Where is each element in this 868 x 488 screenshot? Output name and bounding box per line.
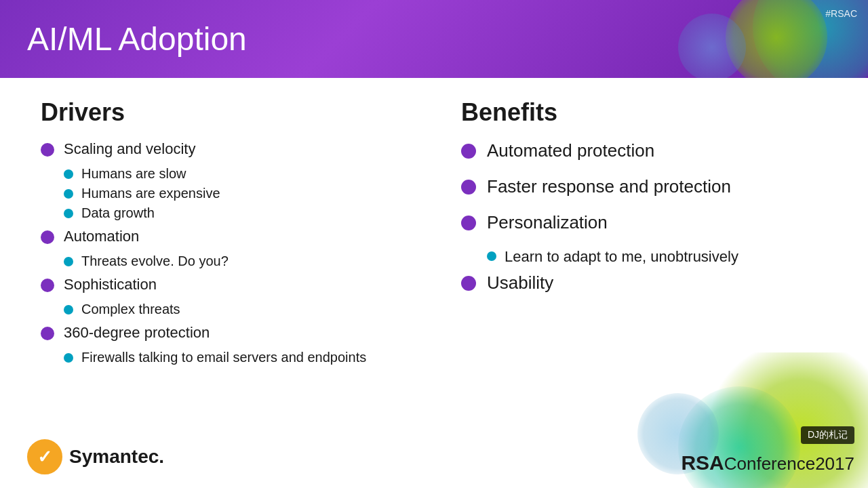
driver-sublist-2: Threats evolve. Do you? (41, 253, 434, 269)
driver-item-3: Sophistication (41, 276, 434, 293)
sub-dot-teal (64, 169, 73, 179)
benefit-sub-label-3-1: Learn to adapt to me, unobtrusively (505, 248, 738, 266)
sub-item-1-2: Humans are expensive (41, 186, 434, 201)
sub-item-1-3: Data growth (41, 205, 434, 221)
sub-label-1-3: Data growth (81, 205, 155, 221)
wechat-badge: DJ的札记 (801, 426, 854, 444)
sub-label-2-1: Threats evolve. Do you? (81, 253, 229, 269)
slide-title: AI/ML Adoption (27, 20, 247, 58)
sub-dot-teal (64, 305, 73, 314)
bullet-dot-purple (41, 143, 54, 157)
benefit-label-4: Usability (487, 272, 553, 293)
benefit-sub-dot-teal (487, 251, 496, 261)
driver-label-4: 360-degree protection (64, 324, 210, 342)
benefit-label-1: Automated protection (487, 140, 654, 161)
sub-dot-teal (64, 209, 73, 218)
rsa-text: RSA (681, 451, 724, 474)
benefit-group-3: Personalization Learn to adapt to me, un… (461, 212, 841, 266)
bullet-dot-purple (41, 230, 54, 244)
benefit-dot-purple (461, 180, 476, 195)
sub-item-3-1: Complex threats (41, 302, 434, 317)
sub-item-2-1: Threats evolve. Do you? (41, 253, 434, 269)
bullet-dot-purple (41, 327, 54, 340)
sub-item-4-1: Firewalls talking to email servers and e… (41, 350, 434, 365)
driver-group-2: Automation Threats evolve. Do you? (41, 228, 434, 269)
driver-item-2: Automation (41, 228, 434, 245)
driver-item-4: 360-degree protection (41, 324, 434, 342)
driver-label-1: Scaling and velocity (64, 140, 195, 158)
driver-group-1: Scaling and velocity Humans are slow Hum… (41, 140, 434, 221)
benefit-dot-purple (461, 276, 476, 291)
benefit-item-1: Automated protection (461, 140, 841, 161)
sub-dot-teal (64, 257, 73, 266)
sub-dot-teal (64, 353, 73, 363)
driver-sublist-3: Complex threats (41, 302, 434, 317)
sub-label-1-1: Humans are slow (81, 166, 186, 182)
sub-item-1-1: Humans are slow (41, 166, 434, 182)
rsa-conference-logo: RSAConference2017 (681, 451, 854, 474)
symantec-check-icon: ✓ (27, 439, 62, 474)
drivers-column: Drivers Scaling and velocity Humans are … (41, 98, 434, 474)
driver-label-2: Automation (64, 228, 139, 245)
driver-sublist-1: Humans are slow Humans are expensive Dat… (41, 166, 434, 221)
benefit-dot-purple (461, 216, 476, 230)
driver-item-1: Scaling and velocity (41, 140, 434, 158)
driver-label-3: Sophistication (64, 276, 157, 293)
rsa-conference-text: Conference2017 (724, 453, 854, 474)
benefit-dot-purple (461, 144, 476, 159)
hashtag-label: #RSAC (825, 8, 857, 19)
sub-dot-teal (64, 189, 73, 199)
benefit-item-2: Faster response and protection (461, 176, 841, 197)
benefit-item-4: Usability (461, 272, 841, 293)
driver-group-3: Sophistication Complex threats (41, 276, 434, 317)
drivers-title: Drivers (41, 98, 434, 127)
sub-label-4-1: Firewalls talking to email servers and e… (81, 350, 366, 365)
benefit-sub-item-3-1: Learn to adapt to me, unobtrusively (487, 248, 841, 266)
sub-label-1-2: Humans are expensive (81, 186, 220, 201)
benefits-title: Benefits (461, 98, 841, 127)
benefit-sublist-3: Learn to adapt to me, unobtrusively (461, 248, 841, 266)
sub-label-3-1: Complex threats (81, 302, 180, 317)
benefit-item-3: Personalization (461, 212, 841, 233)
deco-circle-3 (678, 14, 746, 78)
driver-group-4: 360-degree protection Firewalls talking … (41, 324, 434, 365)
wechat-label: DJ的札记 (808, 429, 848, 440)
symantec-footer: ✓ Symantec. (27, 439, 164, 474)
header-banner: AI/ML Adoption #RSAC (0, 0, 868, 78)
driver-sublist-4: Firewalls talking to email servers and e… (41, 350, 434, 365)
rsa-logo-text: RSAConference2017 (681, 451, 854, 474)
benefit-label-3: Personalization (487, 212, 608, 233)
bullet-dot-purple (41, 279, 54, 292)
main-content: Drivers Scaling and velocity Humans are … (0, 78, 868, 488)
benefit-label-2: Faster response and protection (487, 176, 731, 197)
symantec-logo: ✓ Symantec. (27, 439, 164, 474)
symantec-name: Symantec. (69, 446, 164, 468)
